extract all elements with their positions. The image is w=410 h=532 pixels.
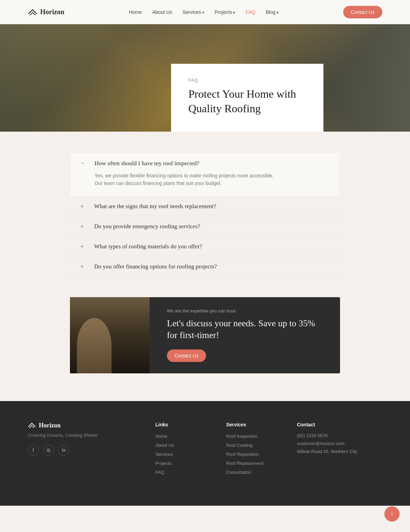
footer-socials: f ◎ in bbox=[28, 445, 142, 456]
footer-contact-col: Contact (62) 1234 5678 customer@horizon.… bbox=[297, 422, 382, 478]
faq-item-3: + What types of roofing materials do you… bbox=[70, 238, 340, 256]
footer-link-projects: Projects bbox=[155, 460, 212, 466]
footer: Horizon Covering Dreams, Creating Shelte… bbox=[0, 401, 410, 506]
footer-service-inspection: Roof Inspection bbox=[226, 433, 283, 439]
social-linkedin-icon[interactable]: in bbox=[58, 445, 69, 456]
nav-services[interactable]: Services bbox=[182, 9, 204, 15]
footer-logo-text: Horizon bbox=[39, 422, 61, 429]
footer-links-heading: Links bbox=[155, 422, 212, 427]
nav-home[interactable]: Home bbox=[129, 9, 142, 15]
faq-question-row-0[interactable]: − How often should I have my roof inspec… bbox=[81, 160, 329, 167]
footer-tagline: Covering Dreams, Creating Shelter bbox=[28, 433, 142, 438]
social-facebook-icon[interactable]: f bbox=[28, 445, 39, 456]
faq-plus-icon-4: + bbox=[80, 263, 87, 271]
footer-brand-col: Horizon Covering Dreams, Creating Shelte… bbox=[28, 422, 142, 478]
faq-section: − How often should I have my roof inspec… bbox=[70, 152, 340, 276]
footer-grid: Horizon Covering Dreams, Creating Shelte… bbox=[28, 422, 382, 478]
faq-plus-icon-3: + bbox=[80, 243, 87, 250]
logo[interactable]: Horizon bbox=[28, 8, 64, 16]
footer-services-list: Roof Inspection Roof Coating Roof Repara… bbox=[226, 433, 283, 475]
faq-question-row-1[interactable]: + What are the signs that my roof needs … bbox=[80, 203, 330, 210]
nav-faq[interactable]: FAQ bbox=[246, 9, 255, 15]
faq-item-0: − How often should I have my roof inspec… bbox=[70, 152, 340, 196]
footer-service-coating-anchor[interactable]: Roof Coating bbox=[226, 443, 252, 448]
faq-question-0: How often should I have my roof inspecte… bbox=[95, 160, 199, 167]
footer-service-reparation: Roof Reparation bbox=[226, 451, 283, 457]
footer-link-faq: FAQ bbox=[155, 469, 212, 475]
cta-subtitle: We are the expertise you can trust. bbox=[167, 308, 323, 313]
nav-about[interactable]: About Us bbox=[152, 9, 172, 15]
faq-plus-icon-2: + bbox=[80, 223, 87, 230]
social-instagram-icon[interactable]: ◎ bbox=[43, 445, 54, 456]
cta-section: We are the expertise you can trust. Let'… bbox=[70, 297, 340, 373]
faq-item-2: + Do you provide emergency roofing servi… bbox=[70, 218, 340, 236]
cta-box: We are the expertise you can trust. Let'… bbox=[70, 297, 340, 373]
faq-plus-icon-1: + bbox=[80, 203, 87, 210]
footer-link-about-anchor[interactable]: About Us bbox=[155, 443, 174, 448]
footer-service-consultation: Consultation bbox=[226, 469, 283, 475]
faq-question-3: What types of roofing materials do you o… bbox=[94, 243, 202, 250]
hero-card: FAQ Protect Your Home with Quality Roofi… bbox=[171, 64, 323, 132]
faq-answer-0: Yes, we provide flexible financing optio… bbox=[81, 172, 329, 187]
faq-item-1: + What are the signs that my roof needs … bbox=[70, 197, 340, 216]
footer-contact-heading: Contact bbox=[297, 422, 382, 427]
faq-question-row-2[interactable]: + Do you provide emergency roofing servi… bbox=[80, 223, 330, 230]
footer-service-replacement-anchor[interactable]: Roof Replacement bbox=[226, 461, 264, 466]
footer-link-faq-anchor[interactable]: FAQ bbox=[155, 470, 164, 475]
footer-link-services-anchor[interactable]: Services bbox=[155, 452, 173, 457]
hero-faq-label: FAQ bbox=[188, 78, 306, 83]
footer-service-inspection-anchor[interactable]: Roof Inspection bbox=[226, 434, 257, 439]
faq-question-4: Do you offer financing options for roofi… bbox=[94, 263, 217, 270]
footer-link-home-anchor[interactable]: Home bbox=[155, 434, 168, 439]
faq-question-row-3[interactable]: + What types of roofing materials do you… bbox=[80, 243, 330, 250]
footer-service-replacement: Roof Replacement bbox=[226, 460, 283, 466]
footer-links-list: Home About Us Services Projects FAQ bbox=[155, 433, 212, 475]
faq-question-row-4[interactable]: + Do you offer financing options for roo… bbox=[80, 263, 330, 271]
footer-links-col: Links Home About Us Services Projects FA… bbox=[155, 422, 212, 478]
hero-section: FAQ Protect Your Home with Quality Roofi… bbox=[0, 24, 410, 132]
footer-service-reparation-anchor[interactable]: Roof Reparation bbox=[226, 452, 259, 457]
footer-services-heading: Services bbox=[226, 422, 283, 427]
faq-item-4: + Do you offer financing options for roo… bbox=[70, 258, 340, 276]
nav-projects[interactable]: Projects bbox=[215, 9, 235, 15]
faq-question-1: What are the signs that my roof needs re… bbox=[94, 203, 216, 210]
footer-logo-icon bbox=[28, 422, 36, 429]
footer-service-consultation-anchor[interactable]: Consultation bbox=[226, 470, 251, 475]
footer-logo: Horizon bbox=[28, 422, 142, 429]
footer-link-projects-anchor[interactable]: Projects bbox=[155, 461, 172, 466]
footer-services-col: Services Roof Inspection Roof Coating Ro… bbox=[226, 422, 283, 478]
nav-contact-button[interactable]: Contact Us bbox=[343, 6, 382, 18]
hero-title: Protect Your Home with Quality Roofing bbox=[188, 87, 306, 116]
navbar: Horizon Home About Us Services Projects … bbox=[0, 0, 410, 24]
cta-contact-button[interactable]: Contact Us bbox=[167, 349, 206, 362]
footer-link-home: Home bbox=[155, 433, 212, 439]
faq-question-2: Do you provide emergency roofing service… bbox=[94, 223, 200, 230]
faq-minus-icon-0: − bbox=[81, 160, 88, 167]
logo-icon bbox=[28, 8, 37, 16]
footer-email: customer@horizon.com bbox=[297, 441, 382, 446]
cta-title: Let's discuss your needs. Save up to 35%… bbox=[167, 318, 323, 341]
footer-service-coating: Roof Coating bbox=[226, 442, 283, 448]
footer-phone: (62) 1234 5678 bbox=[297, 433, 382, 438]
footer-link-services: Services bbox=[155, 451, 212, 457]
cta-content: We are the expertise you can trust. Let'… bbox=[150, 297, 340, 373]
nav-blog[interactable]: Blog bbox=[266, 9, 279, 15]
nav-links: Home About Us Services Projects FAQ Blog bbox=[129, 9, 278, 15]
logo-text: Horizon bbox=[40, 8, 64, 16]
footer-link-about: About Us bbox=[155, 442, 212, 448]
main-content: − How often should I have my roof inspec… bbox=[0, 132, 410, 401]
footer-address: Willow Road 20, Northern City bbox=[297, 449, 382, 454]
cta-image bbox=[70, 297, 150, 373]
